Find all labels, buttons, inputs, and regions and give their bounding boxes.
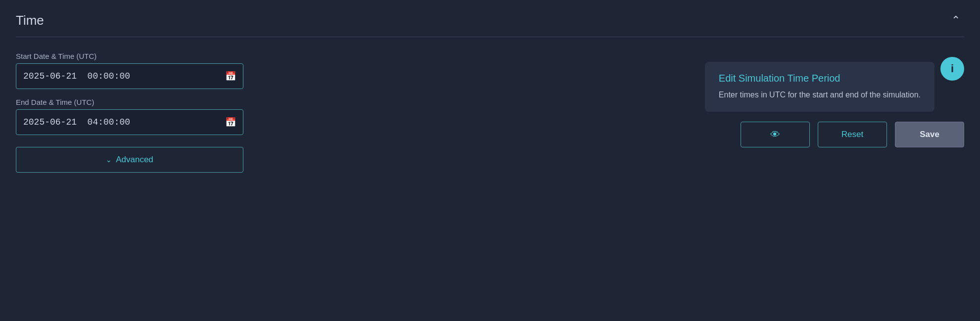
left-panel: Start Date & Time (UTC) 📅 End Date & Tim… xyxy=(16,52,253,173)
tooltip-title: Edit Simulation Time Period xyxy=(719,73,921,84)
save-button-label: Save xyxy=(920,130,939,139)
section-title: Time xyxy=(16,13,44,28)
advanced-button[interactable]: ⌄ Advanced xyxy=(16,147,243,173)
section-header: Time ⌃ xyxy=(16,12,964,29)
tooltip-body: Enter times in UTC for the start and end… xyxy=(719,89,921,101)
info-icon-label: i xyxy=(951,62,954,75)
page-container: Time ⌃ Start Date & Time (UTC) 📅 End Dat… xyxy=(0,0,980,321)
start-calendar-icon[interactable]: 📅 xyxy=(225,71,236,82)
advanced-button-label: Advanced xyxy=(116,155,153,165)
eye-icon: 👁 xyxy=(770,129,780,140)
end-date-label: End Date & Time (UTC) xyxy=(16,98,253,106)
info-icon[interactable]: i xyxy=(940,57,964,81)
end-date-input-wrapper[interactable]: 📅 xyxy=(16,109,243,135)
reset-button[interactable]: Reset xyxy=(818,122,887,147)
end-date-group: End Date & Time (UTC) 📅 xyxy=(16,98,253,135)
end-calendar-icon[interactable]: 📅 xyxy=(225,117,236,128)
start-date-label: Start Date & Time (UTC) xyxy=(16,52,253,60)
bottom-actions: 👁 Reset Save xyxy=(741,112,964,147)
preview-button[interactable]: 👁 xyxy=(741,122,810,147)
save-button[interactable]: Save xyxy=(895,122,964,147)
chevron-down-icon: ⌄ xyxy=(106,156,112,164)
right-panel: Edit Simulation Time Period Enter times … xyxy=(273,52,964,147)
reset-button-label: Reset xyxy=(841,130,863,139)
collapse-button[interactable]: ⌃ xyxy=(947,12,964,29)
info-tooltip-area: Edit Simulation Time Period Enter times … xyxy=(273,57,964,112)
main-content: Start Date & Time (UTC) 📅 End Date & Tim… xyxy=(16,52,964,309)
info-tooltip-bubble: Edit Simulation Time Period Enter times … xyxy=(705,62,934,112)
start-date-input[interactable] xyxy=(23,71,225,81)
start-date-group: Start Date & Time (UTC) 📅 xyxy=(16,52,253,89)
start-date-input-wrapper[interactable]: 📅 xyxy=(16,63,243,89)
end-date-input[interactable] xyxy=(23,117,225,127)
divider xyxy=(16,37,964,37)
